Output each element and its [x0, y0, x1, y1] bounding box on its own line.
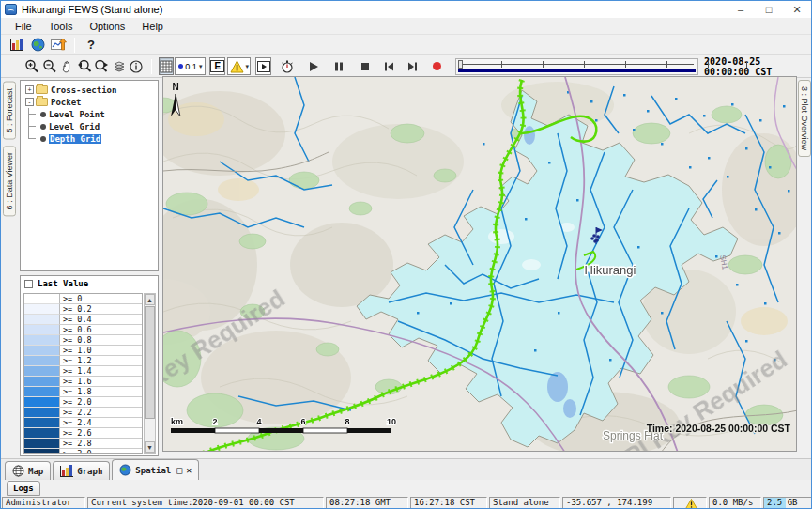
tab-map[interactable]: Map — [5, 461, 51, 480]
tree-node-pocket[interactable]: - Pocket — [23, 96, 158, 108]
timeline-overview-bar — [458, 69, 696, 72]
info-icon — [129, 59, 144, 74]
threshold-warning-dropdown[interactable]: ▾ — [227, 57, 251, 75]
node-bullet-icon — [40, 112, 46, 117]
last-value-checkbox[interactable] — [24, 280, 33, 288]
chevron-down-icon: ▾ — [199, 63, 203, 70]
zoom-out-button[interactable] — [42, 57, 58, 75]
svg-text:N: N — [172, 82, 178, 92]
minimize-button[interactable]: – — [727, 2, 755, 18]
status-memory: 2.5 GB — [763, 497, 812, 509]
legend-swatch — [24, 346, 60, 356]
svg-text:10: 10 — [387, 417, 396, 426]
map-canvas[interactable]: API Key Required API Key Required Hikura… — [163, 77, 797, 452]
help-button[interactable]: ? — [82, 36, 100, 54]
close-button[interactable]: ✕ — [783, 2, 811, 18]
legend-row: >= 0.4 — [24, 315, 142, 325]
hand-icon — [59, 59, 74, 74]
tree-node-level-point[interactable]: Level Point — [23, 108, 158, 120]
marker-dot-icon — [178, 64, 183, 69]
zoom-previous-button[interactable] — [77, 57, 93, 75]
skip-end-icon — [406, 61, 419, 72]
step-back-button[interactable] — [381, 57, 397, 75]
zoom-next-button[interactable] — [94, 57, 110, 75]
play-box-icon — [257, 61, 270, 72]
animation-window-button[interactable] — [255, 57, 271, 75]
legend-row: >= 1.4 — [24, 366, 142, 377]
timeline-handle[interactable] — [458, 60, 463, 69]
tree-node-level-grid[interactable]: Level Grid — [23, 120, 158, 132]
contour-interval-value: 0.1 — [185, 62, 197, 71]
legend-swatch — [24, 418, 60, 428]
node-bullet-icon — [40, 136, 46, 142]
tree-connector — [28, 108, 39, 120]
record-button[interactable] — [429, 57, 445, 75]
spatial-display-icon[interactable] — [28, 36, 47, 54]
menu-file[interactable]: File — [7, 21, 40, 32]
play-icon — [308, 61, 319, 72]
svg-text:2: 2 — [212, 417, 217, 426]
scrollbar-thumb[interactable] — [145, 306, 155, 419]
grid-display-button[interactable] — [159, 57, 175, 75]
timeseries-display-icon[interactable] — [49, 36, 68, 54]
tab-graph-label: Graph — [77, 467, 102, 476]
menu-options[interactable]: Options — [81, 21, 133, 32]
legend-row: >= 0.6 — [24, 325, 142, 335]
label-tool-icon: E — [210, 60, 224, 72]
collapse-icon[interactable]: - — [25, 98, 34, 106]
pause-button[interactable] — [331, 57, 347, 75]
tab-spatial[interactable]: Spatial □ ✕ — [112, 459, 199, 480]
restore-panel-icon[interactable]: □ — [176, 465, 182, 475]
legend-swatch — [24, 449, 60, 454]
tab-data-viewer[interactable]: 6 : Data Viewer — [3, 146, 16, 216]
legend-row: >= 2.4 — [24, 418, 142, 428]
step-forward-button[interactable] — [406, 57, 421, 75]
toolbar-separator — [151, 59, 152, 74]
menu-tools[interactable]: Tools — [40, 21, 82, 32]
layers-icon — [112, 59, 127, 74]
legend-row: >= 0.2 — [24, 304, 142, 315]
play-button[interactable] — [306, 57, 322, 75]
legend-swatch — [24, 294, 60, 304]
legend-swatch — [24, 377, 60, 387]
tab-map-label: Map — [28, 467, 43, 476]
zoom-in-icon — [24, 59, 39, 74]
menu-help[interactable]: Help — [133, 21, 172, 32]
database-display-icon[interactable] — [8, 36, 26, 54]
status-warning-cell[interactable] — [673, 497, 707, 509]
timeline-slider[interactable] — [455, 58, 698, 75]
tab-spatial-label: Spatial — [135, 466, 171, 475]
logs-row: Logs — [1, 480, 812, 497]
maximize-button[interactable]: □ — [755, 2, 783, 18]
scroll-up-icon[interactable]: ▲ — [145, 294, 155, 305]
contour-interval-dropdown[interactable]: 0.1 ▾ — [175, 57, 206, 75]
legend-row: >= 2.0 — [24, 397, 142, 408]
legend-scrollbar[interactable]: ▲ ▼ — [144, 293, 156, 454]
tab-forecast[interactable]: 5 : Forecast — [3, 82, 16, 140]
tab-graph[interactable]: Graph — [53, 461, 110, 480]
tab-plot-overview[interactable]: 3 : Plot Overview — [798, 80, 811, 157]
legend-swatch — [24, 304, 60, 315]
label-tool-button[interactable]: E — [209, 57, 225, 75]
tree-node-label: Cross-section — [51, 85, 116, 95]
help-icon: ? — [87, 38, 95, 52]
legend-swatch — [24, 335, 60, 346]
tree-node-label: Level Point — [49, 110, 105, 119]
legend-header: Last Value — [21, 276, 158, 291]
zoom-previous-icon — [77, 59, 92, 74]
zoom-in-button[interactable] — [24, 57, 40, 75]
pan-button[interactable] — [59, 57, 75, 75]
scroll-down-icon[interactable]: ▼ — [145, 441, 155, 453]
map-viewport[interactable]: API Key Required API Key Required Hikura… — [162, 76, 797, 452]
tree-node-depth-grid[interactable]: Depth Grid — [23, 132, 158, 145]
logs-tab[interactable]: Logs — [7, 481, 40, 496]
info-button[interactable] — [129, 57, 145, 75]
animation-settings-button[interactable] — [280, 57, 296, 75]
tree-node-cross-section[interactable]: + Cross-section — [23, 84, 158, 96]
close-panel-icon[interactable]: ✕ — [186, 465, 192, 475]
legend-row: >= 1.2 — [24, 356, 142, 366]
stop-button[interactable] — [358, 57, 374, 75]
layers-button[interactable] — [112, 57, 128, 75]
expand-icon[interactable]: + — [25, 85, 34, 94]
tree-node-label-selected: Depth Grid — [49, 134, 101, 144]
